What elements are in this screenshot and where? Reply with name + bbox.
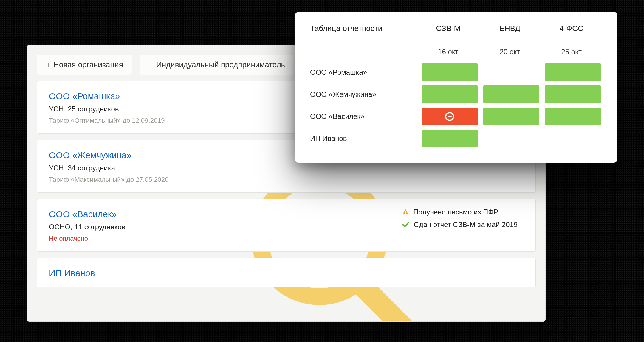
org-payment-warning: Не оплачено xyxy=(49,235,524,242)
check-icon xyxy=(402,221,410,228)
report-cell-green[interactable] xyxy=(545,108,601,125)
report-table-dates: 16 окт 20 окт 25 окт xyxy=(310,40,602,61)
report-table-popup: Таблица отчетности СЗВ-М ЕНВД 4-ФСС 16 о… xyxy=(295,12,617,163)
report-cell-blank xyxy=(545,130,601,147)
minus-circle-icon xyxy=(445,112,454,121)
report-col-header: ЕНВД xyxy=(479,24,541,33)
org-status-list: Получено письмо из ПФР Сдан отчет СЗВ-М … xyxy=(402,208,518,229)
new-org-label: Новая организация xyxy=(53,60,123,69)
report-row-name: ООО «Ромашка» xyxy=(310,68,417,77)
status-line: Сдан отчет СЗВ-М за май 2019 xyxy=(402,220,518,229)
report-row: ИП Иванов xyxy=(310,128,602,150)
report-row-name: ООО «Василек» xyxy=(310,112,417,121)
org-name-link[interactable]: ИП Иванов xyxy=(49,268,524,278)
report-cell-green[interactable] xyxy=(545,63,601,81)
org-card[interactable]: ИП Иванов xyxy=(37,258,536,287)
report-row-name: ИП Иванов xyxy=(310,134,417,143)
report-row: ООО «Василек» xyxy=(310,105,602,128)
plus-icon: + xyxy=(149,60,153,69)
status-text: Сдан отчет СЗВ-М за май 2019 xyxy=(414,220,518,229)
report-cell-green[interactable] xyxy=(422,130,478,147)
report-cell-green[interactable] xyxy=(483,108,540,125)
status-line: Получено письмо из ПФР xyxy=(402,208,518,216)
report-cell-blank xyxy=(483,130,540,147)
svg-line-1 xyxy=(358,282,424,322)
alert-triangle-icon xyxy=(402,209,409,216)
plus-icon: + xyxy=(46,60,50,69)
toolbar: + Новая организация + Индивидуальный пре… xyxy=(37,55,294,75)
report-col-header: СЗВ-М xyxy=(417,24,479,33)
new-org-button[interactable]: + Новая организация xyxy=(37,55,132,75)
svg-rect-3 xyxy=(405,213,406,214)
report-cell-red[interactable] xyxy=(422,108,478,125)
org-tariff: Тариф «Максимальный» до 27.05.2020 xyxy=(49,176,524,184)
report-row-name: ООО «Жемчужина» xyxy=(310,90,417,99)
report-table-title: Таблица отчетности xyxy=(310,24,417,33)
report-col-header: 4-ФСС xyxy=(541,24,602,33)
report-cell-green[interactable] xyxy=(422,86,478,103)
report-cell-green[interactable] xyxy=(545,86,601,103)
report-row: ООО «Ромашка» xyxy=(310,61,602,83)
status-text: Получено письмо из ПФР xyxy=(413,208,498,216)
report-cell-green[interactable] xyxy=(483,86,540,103)
new-ip-button[interactable]: + Индивидуальный предприниматель xyxy=(140,55,294,75)
svg-rect-2 xyxy=(405,211,406,213)
report-row: ООО «Жемчужина» xyxy=(310,83,602,105)
org-subtitle: УСН, 34 сотрудника xyxy=(49,164,524,172)
report-table-body: ООО «Ромашка»ООО «Жемчужина»ООО «Василек… xyxy=(310,61,602,150)
report-cell-green[interactable] xyxy=(422,63,478,81)
report-col-date: 16 окт xyxy=(417,48,479,56)
new-ip-label: Индивидуальный предприниматель xyxy=(156,60,285,69)
report-table-header: Таблица отчетности СЗВ-М ЕНВД 4-ФСС xyxy=(310,24,602,40)
org-card[interactable]: ООО «Василек» ОСНО, 11 сотрудников Не оп… xyxy=(37,199,536,252)
report-col-date: 25 окт xyxy=(541,48,602,56)
report-cell-blank xyxy=(483,63,540,81)
report-col-date: 20 окт xyxy=(479,48,541,56)
